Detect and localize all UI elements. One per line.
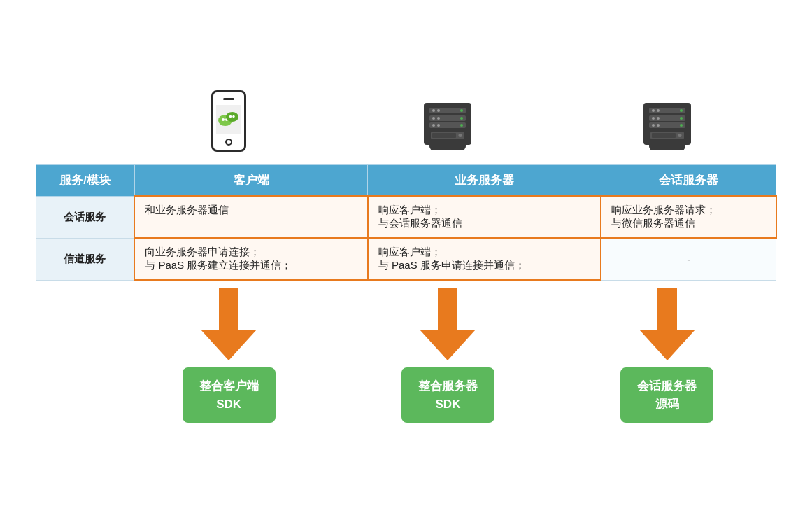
arrow-shaft-3	[657, 288, 677, 330]
arrow-down-1	[201, 288, 257, 360]
cell-channel-client: 向业务服务器申请连接； 与 PaaS 服务建立连接并通信；	[134, 238, 368, 280]
box-cell-3: 会话服务器 源码	[557, 367, 776, 423]
col-header-service: 服务/模块	[36, 165, 134, 197]
main-container: 服务/模块 客户端 业务服务器 会话服务器 会话服务 和业务服务器通信 响应客户…	[36, 76, 777, 437]
cell-channel-biz: 响应客户端； 与 PaaS 服务申请连接并通信；	[368, 238, 601, 280]
arrow-cell-3	[557, 281, 776, 360]
arrow-spacer	[36, 281, 120, 360]
arrow-head-1	[201, 330, 257, 360]
col-header-session-server: 会话服务器	[601, 165, 776, 197]
cell-channel-label: 信道服务	[36, 238, 134, 280]
main-table: 服务/模块 客户端 业务服务器 会话服务器 会话服务 和业务服务器通信 响应客户…	[36, 164, 777, 281]
arrow-cell-1	[120, 281, 339, 360]
session-server-icon-cell	[557, 90, 776, 156]
svg-point-5	[232, 115, 234, 118]
boxes-row: 整合客户端 SDK 整合服务器 SDK 会话服务器 源码	[36, 367, 777, 423]
svg-point-3	[226, 112, 238, 122]
phone-screen	[216, 105, 241, 134]
phone-home-button	[225, 139, 232, 146]
svg-point-8	[459, 134, 462, 137]
arrow-shaft-1	[219, 288, 238, 330]
biz-server-icon	[422, 101, 473, 152]
table-row-session-service: 会话服务 和业务服务器通信 响应客户端； 与会话服务器通信 响应业务服务器请求；…	[36, 196, 776, 238]
green-box-client-sdk: 整合客户端 SDK	[183, 367, 276, 423]
phone-speaker	[223, 98, 234, 100]
arrow-cell-2	[339, 281, 557, 360]
wechat-logo-icon	[218, 110, 240, 129]
table-row-channel-service: 信道服务 向业务服务器申请连接； 与 PaaS 服务建立连接并通信； 响应客户端…	[36, 238, 776, 280]
box-spacer	[36, 367, 120, 423]
svg-point-11	[678, 134, 681, 137]
green-box-server-sdk: 整合服务器 SDK	[401, 367, 494, 423]
box-cell-2: 整合服务器 SDK	[339, 367, 557, 423]
col-header-client: 客户端	[134, 165, 368, 197]
server-disk-icon	[431, 132, 464, 140]
arrow-head-3	[639, 330, 695, 360]
icon-spacer	[36, 90, 120, 156]
svg-point-4	[229, 115, 232, 118]
phone-icon-cell	[120, 90, 339, 156]
col-header-biz-server: 业务服务器	[368, 165, 601, 197]
arrow-shaft-2	[438, 288, 457, 330]
arrows-row	[36, 281, 777, 360]
cell-session-srv: 响应业务服务器请求； 与微信服务器通信	[601, 196, 776, 238]
arrow-down-2	[420, 288, 476, 360]
phone-device-icon	[211, 90, 246, 152]
svg-point-1	[222, 118, 225, 121]
biz-server-icon-cell	[339, 90, 557, 156]
svg-rect-7	[432, 133, 456, 138]
session-server-icon	[642, 101, 692, 152]
cell-session-client: 和业务服务器通信	[134, 196, 368, 238]
server2-disk-icon	[650, 132, 684, 140]
svg-rect-10	[652, 133, 676, 138]
cell-session-biz: 响应客户端； 与会话服务器通信	[368, 196, 601, 238]
arrow-head-2	[420, 330, 476, 360]
cell-channel-srv: -	[601, 238, 776, 280]
green-box-session-source: 会话服务器 源码	[620, 367, 713, 423]
table-header-row: 服务/模块 客户端 业务服务器 会话服务器	[36, 165, 776, 197]
box-cell-1: 整合客户端 SDK	[120, 367, 339, 423]
cell-session-label: 会话服务	[36, 196, 134, 238]
icons-row	[36, 90, 777, 156]
arrow-down-3	[639, 288, 695, 360]
